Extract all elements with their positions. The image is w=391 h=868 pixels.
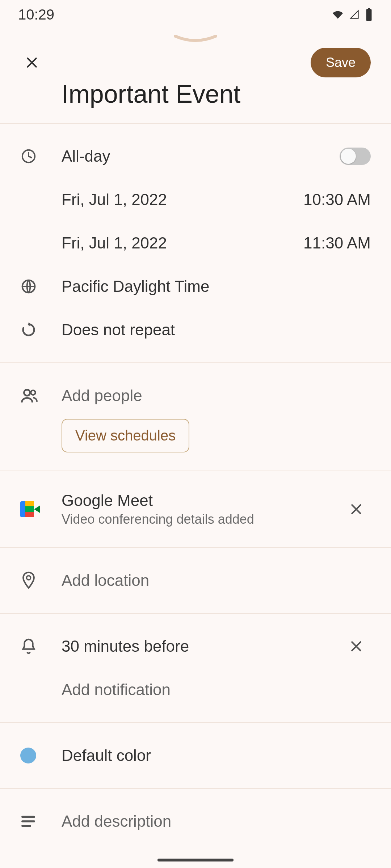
- all-day-label: All-day: [62, 147, 340, 165]
- conference-label: Google Meet Video conferencing details a…: [62, 492, 342, 527]
- repeat-row[interactable]: Does not repeat: [0, 308, 391, 352]
- clock-icon: [20, 148, 62, 165]
- notification-section: 30 minutes before Add notification: [0, 613, 391, 722]
- remove-notification-button[interactable]: [342, 639, 371, 654]
- bell-icon: [20, 637, 62, 655]
- conference-row[interactable]: Google Meet Video conferencing details a…: [0, 482, 391, 536]
- top-bar: Save: [0, 43, 391, 80]
- status-icons: [332, 8, 373, 21]
- color-dot: [20, 748, 36, 763]
- location-placeholder: Add location: [62, 571, 371, 590]
- description-section: Add description: [0, 788, 391, 854]
- timezone-row[interactable]: Pacific Daylight Time: [0, 265, 391, 308]
- conference-provider-label: Google Meet: [62, 492, 342, 510]
- description-row[interactable]: Add description: [0, 800, 391, 843]
- view-schedules-button[interactable]: View schedules: [62, 419, 189, 452]
- drag-handle[interactable]: [0, 29, 391, 43]
- all-day-row[interactable]: All-day: [0, 135, 391, 178]
- svg-point-5: [31, 390, 35, 395]
- save-button[interactable]: Save: [311, 48, 371, 77]
- status-time: 10:29: [18, 7, 54, 23]
- color-label: Default color: [62, 746, 371, 765]
- repeat-label: Does not repeat: [62, 321, 371, 339]
- add-notification-label: Add notification: [62, 681, 371, 699]
- description-placeholder: Add description: [62, 812, 371, 830]
- color-row[interactable]: Default color: [0, 734, 391, 777]
- svg-rect-1: [366, 9, 372, 21]
- location-icon: [20, 571, 62, 590]
- end-time[interactable]: 11:30 AM: [303, 234, 371, 252]
- close-button[interactable]: [20, 51, 43, 74]
- cell-signal-icon: [348, 9, 361, 20]
- title-row: [0, 80, 391, 123]
- globe-icon: [20, 278, 62, 295]
- people-section: Add people View schedules: [0, 362, 391, 471]
- start-date[interactable]: Fri, Jul 1, 2022: [62, 191, 303, 209]
- notification-label: 30 minutes before: [62, 637, 342, 655]
- google-meet-icon: [20, 501, 62, 517]
- remove-conference-button[interactable]: [342, 502, 371, 516]
- svg-rect-0: [368, 8, 370, 9]
- start-time[interactable]: 10:30 AM: [303, 191, 371, 209]
- end-row: Fri, Jul 1, 2022 11:30 AM: [0, 221, 391, 265]
- location-row[interactable]: Add location: [0, 559, 391, 602]
- wifi-icon: [332, 9, 344, 20]
- add-people-label: Add people: [62, 387, 371, 405]
- nav-handle[interactable]: [157, 859, 234, 861]
- add-people-row[interactable]: Add people: [0, 374, 391, 417]
- conference-section: Google Meet Video conferencing details a…: [0, 471, 391, 547]
- start-row: Fri, Jul 1, 2022 10:30 AM: [0, 178, 391, 221]
- event-title-input[interactable]: [62, 80, 371, 109]
- notification-row[interactable]: 30 minutes before: [0, 625, 391, 668]
- color-section: Default color: [0, 722, 391, 788]
- location-section: Add location: [0, 547, 391, 613]
- color-dot-icon: [20, 748, 62, 763]
- add-notification-row[interactable]: Add notification: [0, 668, 391, 711]
- repeat-icon: [20, 322, 62, 338]
- svg-point-4: [24, 390, 30, 396]
- people-icon: [20, 387, 62, 405]
- svg-point-6: [26, 576, 30, 580]
- end-date[interactable]: Fri, Jul 1, 2022: [62, 234, 303, 252]
- status-bar: 10:29: [0, 0, 391, 29]
- time-section: All-day Fri, Jul 1, 2022 10:30 AM Fri, J…: [0, 123, 391, 362]
- battery-icon: [365, 8, 373, 21]
- conference-subtext: Video conferencing details added: [62, 512, 342, 527]
- notes-icon: [20, 815, 62, 828]
- all-day-toggle[interactable]: [340, 148, 371, 165]
- timezone-label: Pacific Daylight Time: [62, 277, 371, 295]
